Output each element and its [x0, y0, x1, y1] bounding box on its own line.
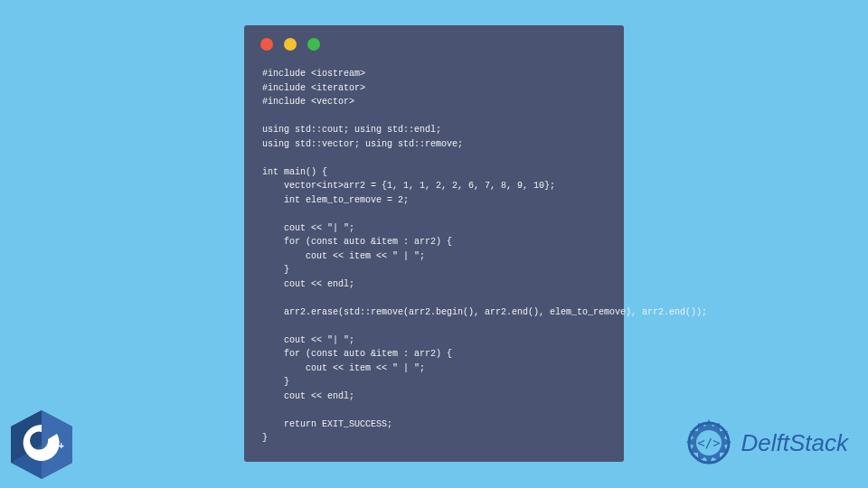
code-content: #include <iostream> #include <iterator> …: [244, 60, 624, 462]
maximize-icon[interactable]: [307, 38, 320, 51]
svg-text:++: ++: [52, 440, 64, 451]
cpp-hexagon-icon: ++: [9, 408, 74, 481]
window-controls: [244, 25, 624, 60]
close-icon[interactable]: [260, 38, 273, 51]
delftstack-brand-text: DelftStack: [741, 429, 849, 457]
minimize-icon[interactable]: [284, 38, 297, 51]
svg-text:</>: </>: [697, 436, 720, 450]
delftstack-gear-icon: </>: [682, 416, 736, 470]
cpp-logo: ++: [9, 408, 74, 481]
code-window: #include <iostream> #include <iterator> …: [244, 25, 624, 462]
delftstack-logo: </> DelftStack: [682, 416, 849, 470]
